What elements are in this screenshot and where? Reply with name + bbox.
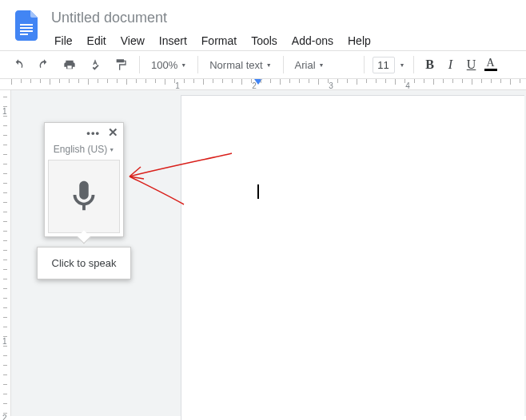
- dropdown-icon: ▼: [109, 147, 114, 153]
- svg-rect-2: [20, 30, 33, 32]
- toolbar-separator: [413, 56, 414, 73]
- vertical-ruler[interactable]: 1 1 2: [0, 90, 11, 416]
- font-value: Arial: [295, 59, 316, 71]
- print-button[interactable]: [59, 54, 80, 75]
- voice-language-value: English (US): [54, 144, 107, 155]
- text-cursor: [257, 184, 259, 199]
- font-size-dropdown-icon[interactable]: ▼: [400, 62, 405, 68]
- microphone-button[interactable]: [48, 160, 120, 233]
- voice-tooltip: Click to speak: [37, 247, 131, 279]
- menu-file[interactable]: File: [48, 31, 79, 50]
- horizontal-ruler[interactable]: 1 2 3 4: [0, 79, 526, 90]
- voice-language-dropdown[interactable]: English (US) ▼: [45, 142, 123, 160]
- menu-insert[interactable]: Insert: [153, 31, 193, 50]
- dropdown-icon: ▼: [266, 62, 272, 68]
- svg-rect-3: [20, 34, 28, 35]
- ruler-number: 3: [329, 81, 333, 90]
- toolbar-separator: [139, 56, 140, 73]
- paragraph-style-value: Normal text: [209, 59, 262, 71]
- menu-addons[interactable]: Add-ons: [285, 31, 340, 50]
- italic-button[interactable]: I: [443, 57, 459, 72]
- text-color-swatch: [484, 69, 497, 71]
- menu-format[interactable]: Format: [195, 31, 243, 50]
- zoom-value: 100%: [151, 59, 177, 71]
- paint-format-button[interactable]: [110, 54, 131, 75]
- title-area: Untitled document File Edit View Insert …: [48, 5, 518, 50]
- spellcheck-button[interactable]: [85, 54, 106, 75]
- menu-view[interactable]: View: [114, 31, 151, 50]
- font-size-input[interactable]: 11: [373, 57, 395, 73]
- menu-bar: File Edit View Insert Format Tools Add-o…: [48, 31, 518, 50]
- font-dropdown[interactable]: Arial ▼: [292, 59, 356, 71]
- voice-panel-header: ••• ✕: [45, 123, 123, 142]
- document-title[interactable]: Untitled document: [48, 8, 518, 28]
- bold-button[interactable]: B: [422, 57, 438, 72]
- header: Untitled document File Edit View Insert …: [0, 0, 526, 50]
- svg-rect-0: [20, 24, 33, 26]
- document-page[interactable]: [181, 95, 524, 420]
- ruler-number: 4: [405, 81, 410, 90]
- undo-button[interactable]: [8, 54, 29, 75]
- underline-button[interactable]: U: [464, 57, 480, 72]
- text-color-label: A: [486, 58, 494, 68]
- paragraph-style-dropdown[interactable]: Normal text ▼: [206, 59, 274, 71]
- voice-typing-panel[interactable]: ••• ✕ English (US) ▼: [44, 122, 124, 237]
- menu-help[interactable]: Help: [341, 31, 377, 50]
- ruler-number: 1: [175, 81, 180, 90]
- close-icon[interactable]: ✕: [108, 125, 118, 140]
- text-color-button[interactable]: A: [484, 58, 497, 71]
- dropdown-icon: ▼: [319, 62, 325, 68]
- ruler-number: 2: [252, 81, 257, 90]
- zoom-dropdown[interactable]: 100% ▼: [148, 59, 189, 71]
- toolbar-separator: [197, 56, 198, 73]
- more-options-icon[interactable]: •••: [86, 127, 100, 139]
- menu-edit[interactable]: Edit: [81, 31, 113, 50]
- redo-button[interactable]: [34, 54, 54, 75]
- microphone-icon: [66, 178, 102, 215]
- dropdown-icon: ▼: [181, 62, 186, 68]
- svg-rect-1: [20, 27, 33, 29]
- toolbar: 100% ▼ Normal text ▼ Arial ▼ 11 ▼ B I U …: [0, 50, 526, 79]
- toolbar-separator: [364, 56, 365, 73]
- workspace: 1 2 3 4 1 1 2 ••• ✕ English (US) ▼ Click…: [0, 79, 526, 416]
- toolbar-separator: [283, 56, 284, 73]
- menu-tools[interactable]: Tools: [245, 31, 284, 50]
- docs-logo[interactable]: [13, 8, 42, 43]
